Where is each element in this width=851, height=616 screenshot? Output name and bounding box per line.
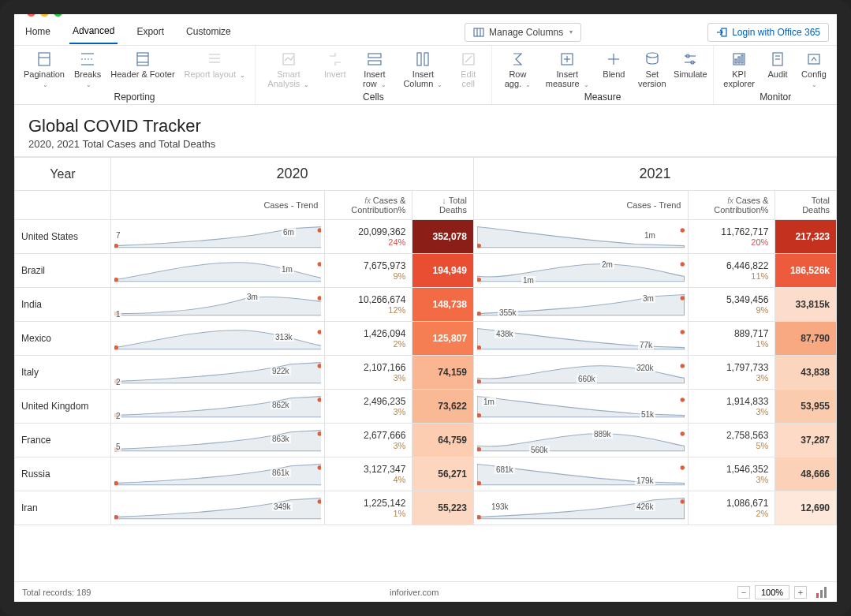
contribution-value: 5% (695, 441, 769, 450)
group-measure-label: Measure (584, 91, 621, 103)
col-trend-2021[interactable]: Cases - Trend (473, 191, 688, 220)
set-version-button[interactable]: Set version (632, 49, 672, 91)
header-footer-button[interactable]: Header & Footer (106, 49, 179, 91)
report-layout-button[interactable]: Report layout ⌄ (180, 49, 251, 91)
col-deaths-2020[interactable]: Total Deaths (412, 191, 474, 220)
cases-value: 20,099,362 (331, 226, 405, 237)
page-title: Global COVID Tracker (28, 116, 823, 136)
insert-row-button[interactable]: Insert row ⌄ (353, 49, 396, 91)
trend-cell: 438k77k (473, 322, 688, 356)
kpi-explorer-button[interactable]: KPI explorer (718, 49, 760, 91)
tab-customize[interactable]: Customize (183, 21, 234, 43)
contribution-value: 3% (695, 475, 769, 484)
deaths-cell: 87,790 (775, 322, 837, 356)
trend-cell: 13m (110, 288, 325, 322)
blend-button[interactable]: Blend (595, 49, 632, 91)
svg-rect-35 (738, 57, 740, 63)
year-2021-header: 2021 (473, 158, 836, 191)
contribution-value: 9% (331, 271, 405, 281)
insert-measure-button[interactable]: Insert measure ⌄ (539, 49, 595, 91)
svg-rect-5 (39, 53, 50, 65)
svg-rect-0 (474, 28, 483, 36)
audit-button[interactable]: Audit (760, 49, 796, 91)
insert-column-button[interactable]: Insert Column ⌄ (396, 49, 450, 91)
deaths-cell: 12,690 (775, 491, 837, 525)
contribution-value: 3% (695, 407, 769, 416)
cases-cell: 5,349,456 9% (688, 288, 775, 322)
svg-rect-17 (368, 54, 381, 58)
contribution-value: 3% (331, 441, 405, 450)
col-cases-2021[interactable]: Cases & Contribution% (688, 191, 775, 220)
svg-point-72 (680, 465, 684, 469)
cases-value: 1,914,833 (695, 396, 769, 407)
edit-cell-button[interactable]: Edit cell (450, 49, 487, 91)
svg-rect-19 (417, 53, 421, 65)
tab-export[interactable]: Export (133, 21, 167, 43)
analysis-icon (281, 51, 297, 67)
window-max-dot[interactable] (54, 8, 62, 17)
tab-home[interactable]: Home (22, 21, 54, 43)
cases-value: 5,349,456 (695, 294, 769, 305)
zoom-input[interactable] (755, 585, 789, 599)
window-close-dot[interactable] (27, 8, 35, 17)
contribution-value: 11% (695, 271, 769, 281)
table-row: France 5863k2,677,666 3%64,759 560k889k2… (15, 424, 837, 457)
config-button[interactable]: Config⌄ (796, 49, 832, 91)
deaths-cell: 194,949 (412, 254, 474, 288)
trend-cell: 1m51k (473, 390, 688, 424)
window-min-dot[interactable] (40, 8, 49, 17)
deaths-cell: 74,159 (412, 356, 474, 390)
breaks-button[interactable]: Breaks⌄ (69, 49, 106, 91)
contribution-value: 12% (331, 305, 405, 315)
tab-advanced[interactable]: Advanced (69, 21, 118, 44)
simulate-button[interactable]: Simulate (672, 49, 708, 91)
zoom-out-button[interactable]: − (737, 586, 750, 599)
insert-row-icon (367, 51, 383, 67)
cases-value: 1,225,142 (331, 498, 405, 509)
login-icon (716, 27, 727, 38)
cases-value: 1,546,352 (695, 464, 769, 475)
cases-cell: 7,675,973 9% (325, 254, 412, 288)
login-label: Login with Office 365 (732, 27, 820, 38)
col-cases-2020[interactable]: Cases & Contribution% (325, 191, 412, 220)
svg-line-22 (465, 56, 472, 62)
manage-columns-button[interactable]: Manage Columns ▾ (465, 23, 581, 42)
svg-point-28 (647, 53, 658, 58)
svg-rect-34 (735, 59, 737, 63)
layout-icon (207, 51, 222, 67)
trend-cell: 2862k (110, 390, 325, 424)
trend-cell: 355k3m (473, 288, 688, 322)
contribution-value: 24% (331, 237, 405, 247)
trend-cell: 560k889k (473, 424, 688, 457)
contribution-value: 1% (331, 509, 405, 518)
view-bars-icon[interactable] (816, 587, 829, 598)
invert-button[interactable]: Invert (317, 49, 353, 91)
cases-value: 6,446,822 (695, 260, 769, 271)
cases-value: 11,762,717 (695, 226, 769, 237)
trend-cell: 2922k (110, 356, 325, 390)
svg-point-48 (680, 262, 684, 266)
table-row: Iran 349k1,225,142 1%55,223 193k426k1,08… (15, 491, 837, 525)
header-footer-icon (135, 51, 151, 67)
columns-icon (473, 27, 484, 38)
deaths-cell: 33,815k (775, 288, 837, 322)
table-row: Russia 861k3,127,347 4%56,271 681k179k1,… (15, 457, 837, 491)
col-trend-2020[interactable]: Cases - Trend (110, 191, 325, 220)
deaths-cell: 56,271 (412, 457, 474, 491)
pagination-button[interactable]: Pagination⌄ (19, 49, 69, 91)
smart-analysis-button[interactable]: Smart Analysis ⌄ (260, 49, 317, 91)
deaths-cell: 186,526k (775, 254, 837, 288)
cases-cell: 2,758,563 5% (688, 424, 775, 457)
zoom-in-button[interactable]: + (794, 586, 807, 599)
cases-value: 7,675,973 (331, 260, 405, 271)
cases-cell: 889,717 1% (688, 322, 775, 356)
cases-cell: 1,225,142 1% (325, 491, 412, 525)
cases-value: 2,107,166 (331, 362, 405, 373)
row-agg-button[interactable]: Row agg. ⌄ (497, 49, 539, 91)
contribution-value: 2% (695, 509, 769, 518)
col-deaths-2021[interactable]: Total Deaths (775, 191, 837, 220)
login-button[interactable]: Login with Office 365 (707, 23, 829, 42)
kpi-icon (731, 51, 747, 67)
simulate-icon (682, 51, 698, 67)
cases-cell: 20,099,362 24% (325, 220, 412, 254)
